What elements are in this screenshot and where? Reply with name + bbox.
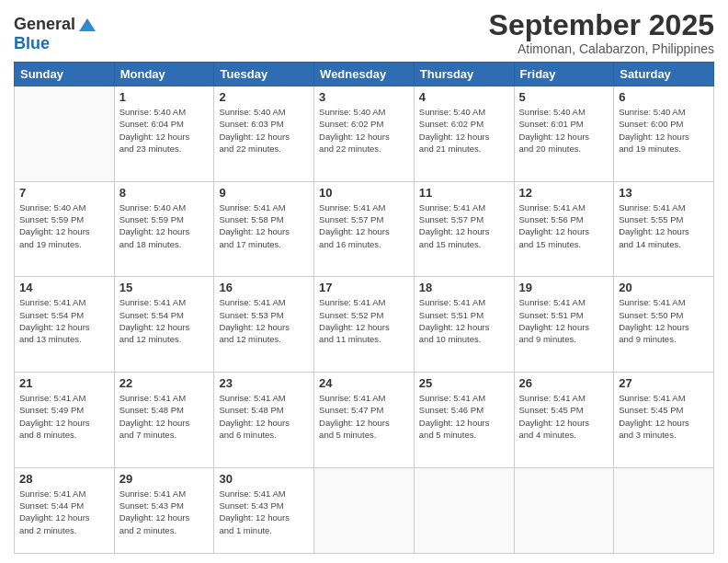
week-row: 7Sunrise: 5:40 AM Sunset: 5:59 PM Daylig… (15, 181, 714, 277)
day-number: 8 (119, 186, 210, 200)
calendar-cell: 25Sunrise: 5:41 AM Sunset: 5:46 PM Dayli… (414, 373, 514, 468)
calendar-cell: 20Sunrise: 5:41 AM Sunset: 5:50 PM Dayli… (614, 277, 714, 373)
calendar-cell: 12Sunrise: 5:41 AM Sunset: 5:56 PM Dayli… (514, 181, 614, 277)
day-number: 13 (619, 186, 709, 200)
logo-text: General Blue (14, 13, 97, 52)
calendar-cell: 14Sunrise: 5:41 AM Sunset: 5:54 PM Dayli… (15, 277, 115, 373)
day-number: 19 (519, 281, 609, 294)
day-number: 5 (519, 90, 609, 104)
day-number: 11 (419, 186, 509, 200)
day-info: Sunrise: 5:41 AM Sunset: 5:43 PM Dayligh… (219, 488, 309, 536)
calendar-cell: 1Sunrise: 5:40 AM Sunset: 6:04 PM Daylig… (114, 86, 214, 182)
calendar-header-cell: Saturday (614, 63, 714, 86)
day-number: 15 (119, 281, 210, 294)
day-info: Sunrise: 5:40 AM Sunset: 6:01 PM Dayligh… (519, 106, 609, 155)
day-info: Sunrise: 5:40 AM Sunset: 5:59 PM Dayligh… (119, 201, 210, 250)
calendar-cell: 22Sunrise: 5:41 AM Sunset: 5:48 PM Dayli… (114, 373, 214, 468)
week-row: 28Sunrise: 5:41 AM Sunset: 5:44 PM Dayli… (15, 467, 714, 553)
day-info: Sunrise: 5:41 AM Sunset: 5:51 PM Dayligh… (519, 296, 609, 345)
calendar-cell: 5Sunrise: 5:40 AM Sunset: 6:01 PM Daylig… (514, 86, 614, 182)
day-info: Sunrise: 5:41 AM Sunset: 5:43 PM Dayligh… (119, 488, 210, 536)
calendar-cell: 28Sunrise: 5:41 AM Sunset: 5:44 PM Dayli… (15, 467, 115, 553)
day-info: Sunrise: 5:41 AM Sunset: 5:57 PM Dayligh… (319, 201, 409, 250)
day-info: Sunrise: 5:41 AM Sunset: 5:49 PM Dayligh… (19, 392, 109, 441)
day-number: 2 (219, 90, 309, 104)
day-number: 10 (319, 186, 409, 200)
title-area: September 2025 Atimonan, Calabarzon, Phi… (489, 9, 714, 56)
calendar-cell: 24Sunrise: 5:41 AM Sunset: 5:47 PM Dayli… (314, 373, 415, 468)
day-info: Sunrise: 5:41 AM Sunset: 5:47 PM Dayligh… (319, 392, 409, 441)
day-info: Sunrise: 5:41 AM Sunset: 5:55 PM Dayligh… (619, 201, 709, 250)
day-number: 20 (619, 281, 709, 294)
day-info: Sunrise: 5:40 AM Sunset: 6:00 PM Dayligh… (619, 106, 709, 155)
day-number: 26 (519, 376, 609, 390)
calendar-cell: 23Sunrise: 5:41 AM Sunset: 5:48 PM Dayli… (214, 373, 314, 468)
day-number: 22 (119, 376, 210, 390)
week-row: 14Sunrise: 5:41 AM Sunset: 5:54 PM Dayli… (15, 277, 714, 373)
calendar-cell (514, 467, 614, 553)
logo-icon (77, 15, 97, 35)
calendar-header-cell: Friday (514, 63, 614, 86)
day-info: Sunrise: 5:40 AM Sunset: 6:04 PM Dayligh… (119, 106, 210, 155)
day-info: Sunrise: 5:41 AM Sunset: 5:57 PM Dayligh… (419, 201, 509, 250)
day-info: Sunrise: 5:41 AM Sunset: 5:54 PM Dayligh… (19, 296, 109, 345)
calendar-header-cell: Thursday (414, 63, 514, 86)
calendar-cell: 19Sunrise: 5:41 AM Sunset: 5:51 PM Dayli… (514, 277, 614, 373)
week-row: 1Sunrise: 5:40 AM Sunset: 6:04 PM Daylig… (15, 86, 714, 182)
calendar-header-cell: Monday (114, 63, 214, 86)
calendar-cell: 10Sunrise: 5:41 AM Sunset: 5:57 PM Dayli… (314, 181, 415, 277)
day-info: Sunrise: 5:41 AM Sunset: 5:54 PM Dayligh… (119, 296, 210, 345)
day-info: Sunrise: 5:40 AM Sunset: 5:59 PM Dayligh… (19, 201, 109, 250)
calendar-cell: 13Sunrise: 5:41 AM Sunset: 5:55 PM Dayli… (614, 181, 714, 277)
day-number: 6 (619, 90, 709, 104)
day-number: 14 (19, 281, 109, 294)
day-number: 25 (419, 376, 509, 390)
day-number: 4 (419, 90, 509, 104)
day-number: 17 (319, 281, 409, 294)
calendar-cell: 18Sunrise: 5:41 AM Sunset: 5:51 PM Dayli… (414, 277, 514, 373)
day-info: Sunrise: 5:40 AM Sunset: 6:03 PM Dayligh… (219, 106, 309, 155)
day-info: Sunrise: 5:40 AM Sunset: 6:02 PM Dayligh… (319, 106, 409, 155)
day-number: 12 (519, 186, 609, 200)
day-number: 29 (119, 472, 210, 486)
calendar-cell: 30Sunrise: 5:41 AM Sunset: 5:43 PM Dayli… (214, 467, 314, 553)
calendar-cell (414, 467, 514, 553)
day-info: Sunrise: 5:41 AM Sunset: 5:51 PM Dayligh… (419, 296, 509, 345)
calendar-cell: 3Sunrise: 5:40 AM Sunset: 6:02 PM Daylig… (314, 86, 415, 182)
day-number: 16 (219, 281, 309, 294)
calendar-cell: 11Sunrise: 5:41 AM Sunset: 5:57 PM Dayli… (414, 181, 514, 277)
month-title: September 2025 (489, 9, 714, 41)
day-info: Sunrise: 5:41 AM Sunset: 5:50 PM Dayligh… (619, 296, 709, 345)
calendar-header-cell: Wednesday (314, 63, 415, 86)
calendar-cell: 21Sunrise: 5:41 AM Sunset: 5:49 PM Dayli… (15, 373, 115, 468)
day-number: 18 (419, 281, 509, 294)
calendar-cell (314, 467, 415, 553)
calendar-cell: 9Sunrise: 5:41 AM Sunset: 5:58 PM Daylig… (214, 181, 314, 277)
logo-blue: Blue (14, 35, 97, 52)
day-info: Sunrise: 5:41 AM Sunset: 5:44 PM Dayligh… (19, 488, 109, 536)
day-info: Sunrise: 5:41 AM Sunset: 5:53 PM Dayligh… (219, 296, 309, 345)
calendar-cell: 27Sunrise: 5:41 AM Sunset: 5:45 PM Dayli… (614, 373, 714, 468)
calendar-cell: 15Sunrise: 5:41 AM Sunset: 5:54 PM Dayli… (114, 277, 214, 373)
calendar-cell: 17Sunrise: 5:41 AM Sunset: 5:52 PM Dayli… (314, 277, 415, 373)
day-number: 3 (319, 90, 409, 104)
calendar-header-row: SundayMondayTuesdayWednesdayThursdayFrid… (15, 63, 714, 86)
calendar-cell: 8Sunrise: 5:40 AM Sunset: 5:59 PM Daylig… (114, 181, 214, 277)
day-info: Sunrise: 5:41 AM Sunset: 5:45 PM Dayligh… (519, 392, 609, 441)
calendar-cell: 26Sunrise: 5:41 AM Sunset: 5:45 PM Dayli… (514, 373, 614, 468)
logo: General Blue (14, 13, 97, 52)
day-info: Sunrise: 5:41 AM Sunset: 5:56 PM Dayligh… (519, 201, 609, 250)
calendar-cell: 29Sunrise: 5:41 AM Sunset: 5:43 PM Dayli… (114, 467, 214, 553)
day-info: Sunrise: 5:41 AM Sunset: 5:48 PM Dayligh… (219, 392, 309, 441)
day-number: 7 (19, 186, 109, 200)
day-number: 30 (219, 472, 309, 486)
week-row: 21Sunrise: 5:41 AM Sunset: 5:49 PM Dayli… (15, 373, 714, 468)
calendar-cell: 2Sunrise: 5:40 AM Sunset: 6:03 PM Daylig… (214, 86, 314, 182)
day-info: Sunrise: 5:41 AM Sunset: 5:52 PM Dayligh… (319, 296, 409, 345)
calendar-cell: 7Sunrise: 5:40 AM Sunset: 5:59 PM Daylig… (15, 181, 115, 277)
logo-general: General (14, 16, 75, 32)
calendar-cell: 16Sunrise: 5:41 AM Sunset: 5:53 PM Dayli… (214, 277, 314, 373)
page: General Blue September 2025 Atimonan, Ca… (0, 0, 728, 563)
day-number: 28 (19, 472, 109, 486)
location: Atimonan, Calabarzon, Philippines (489, 41, 714, 56)
